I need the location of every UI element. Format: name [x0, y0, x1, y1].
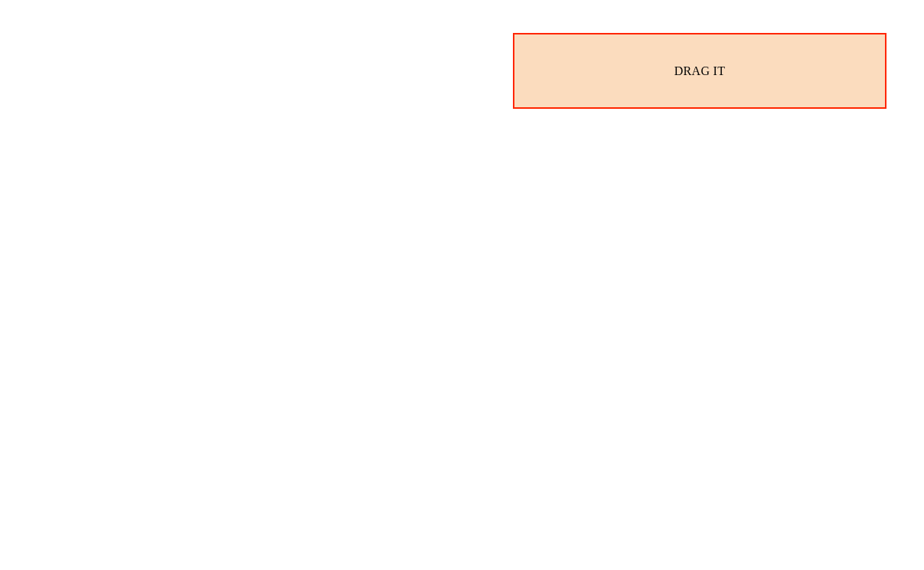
drag-it-label: DRAG IT — [674, 64, 726, 78]
drag-it-box[interactable]: DRAG IT — [513, 33, 886, 109]
